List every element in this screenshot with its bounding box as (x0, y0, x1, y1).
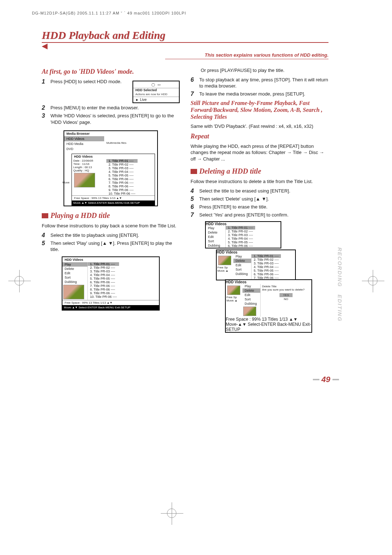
side-label-recording: RECORDING (337, 247, 343, 287)
dialog-question: Are you sure you want to delete? (262, 288, 310, 291)
print-header: DG-M12D1P-SA(GB) 2005.11.1 11:27 AM ˘ ` … (32, 11, 186, 15)
panel-title: HDD Videos (62, 257, 159, 262)
play-panel: HDD Videos Play Delete Edit Sort Dubbing… (62, 256, 160, 311)
menu-item: Sort (242, 297, 260, 301)
registration-mark-right (368, 276, 377, 285)
panel-title: HDD Videos (206, 222, 281, 226)
list-item: 6. Title PR-06 ---- (88, 280, 119, 284)
media-browser-wrap: Media Browser HDD Videos HDD Media DVD M… (64, 128, 158, 206)
list-item: 4. Title PR-04 ---- (106, 170, 138, 174)
move-label: Move-▲ (226, 299, 242, 302)
menu-item: Delete (242, 288, 260, 293)
page-number: 49 (311, 375, 341, 384)
delete-cascade: HDD Videos Play Delete Edit Sort Dubbing… (205, 221, 307, 334)
list-item: 1. Title PR-01 ---- (226, 226, 255, 230)
meta-line: Length : 00:13 (73, 166, 105, 169)
thumbnail-icon (227, 285, 240, 295)
panel-foot: Move-▲▼ Select-ENTER Back-MENU Exit-SETU… (62, 305, 159, 310)
list-item: 7. Title PR-06 ---- (106, 181, 138, 185)
list-item: 3. Title PR-03 ---- (88, 270, 119, 273)
action-menu: Play Delete Edit Sort Dubbing (62, 262, 88, 300)
list-item: 2. Title PR-02 ---- (226, 230, 255, 233)
list-item: 5. Title PR-05 ---- (252, 269, 281, 272)
menu-item: Play (242, 284, 260, 288)
panel-title: HDD Videos (226, 280, 311, 284)
thumbnail-icon (63, 285, 84, 299)
panel-title: HDD Videos (217, 250, 295, 254)
menu-item: Delete (233, 259, 251, 263)
page-title: HDD Playback and Editing (42, 29, 328, 43)
disc-icon: ◯ ▭ (133, 81, 179, 88)
menu-item: Dubbing (206, 243, 225, 248)
step-number: 5 (42, 240, 47, 253)
media-browser-panel: Media Browser HDD Videos HDD Media DVD M… (64, 130, 158, 206)
live-label: ► Live (133, 97, 179, 102)
list-item: 10. Title PR-06 ---- (106, 192, 138, 195)
list-item: 1. Title PR-01 ---- (252, 254, 281, 258)
no-button: NO (284, 297, 288, 301)
media-browser-title: Media Browser (64, 131, 157, 136)
step-number: 4 (42, 232, 47, 239)
step-text: Select 'Yes' and press [ENTER] to confir… (199, 212, 289, 218)
list-item: 8. Title PR-06 ---- (88, 288, 119, 291)
hdd-selected-panel: ◯ ▭ HDD Selected Actions are now for HDD… (132, 81, 180, 103)
step-text: Then select 'Play' using [▲ ▼]. Press [E… (50, 240, 180, 253)
cascade-panel-3: HDD Videos Free Sp Move-▲ Play Delete Ed… (225, 279, 312, 333)
list-item: 5. Title PR-05 ---- (226, 240, 255, 244)
list-item: 6. Title PR-06 ---- (252, 272, 281, 276)
menu-item: Sort (233, 267, 251, 272)
hv-status: Free Space : 99% 13 Titles 1/13 ▲▼ (72, 195, 155, 200)
mode-heading: At first, go to 'HDD Videos' mode. (42, 68, 180, 76)
menu-item: Sort (62, 275, 87, 280)
right-column: RECORDING EDITING Or press [PLAY/PAUSE] … (191, 66, 328, 334)
registration-mark-bottom (167, 509, 176, 518)
section-intro: This section explains various functions … (165, 52, 328, 59)
list-item: 1. Title PR-01 ---- (106, 159, 138, 163)
page-content: HDD Playback and Editing This section ex… (42, 29, 328, 334)
meta-line: Quality : HQ (73, 169, 105, 172)
yes-button: YES (279, 293, 293, 297)
list-item: 10. Title PR-06 ---- (88, 295, 119, 299)
step-text: Select the title to playback using [ENTE… (50, 232, 139, 239)
move-label: Move-▲ (217, 269, 233, 272)
list-item: 7. Title PR-06 ---- (88, 284, 119, 288)
delete-heading: Deleting a HDD title (191, 167, 328, 175)
list-item: 5. Title PR-05 ---- (88, 277, 119, 280)
list-item: 4. Title PR-04 ---- (226, 237, 255, 240)
hdd-selected-line: Actions are now for HDD (133, 92, 179, 97)
list-item: 3. Title PR-03 ---- (106, 166, 138, 170)
repeat-body: While playing the HDD, each press of the… (191, 143, 328, 162)
or-press: Or press [PLAY/PAUSE] to play the title. (201, 67, 328, 74)
playing-heading: Playing a HDD title (42, 211, 180, 220)
menu-item: Sort (206, 239, 225, 243)
mb-item: HDD Videos (64, 136, 104, 141)
list-item: 5. Title PR-05 ---- (106, 174, 138, 177)
step-text: Then select 'Delete' using [▲ ▼]. (199, 196, 269, 202)
step-text: While 'HDD Videos' is selected, press [E… (50, 113, 180, 125)
step-number: 3 (42, 113, 47, 125)
cascade-panel-1: HDD Videos Play Delete Edit Sort Dubbing… (205, 221, 281, 248)
list-item: 3. Title PR-03 ---- (226, 233, 255, 237)
thumbnail-icon (243, 307, 256, 316)
list-item: 6. Title PR-06 ---- (106, 177, 138, 181)
step-number: 7 (191, 212, 196, 218)
menu-item: Edit (242, 293, 260, 297)
step-number: 2 (42, 105, 47, 111)
hv-meta: Date : 22/06/05 Time : 11/16 Length : 00… (72, 159, 106, 195)
step-text: To stop playback at any time, press [STO… (199, 77, 328, 89)
list-item: 1. Title PR-01 ---- (88, 262, 119, 266)
step-number: 7 (191, 91, 196, 97)
step-number: 6 (191, 204, 196, 210)
list-item: 9. Title PR-06 ---- (88, 291, 119, 295)
step-number: 4 (191, 188, 196, 194)
list-item: 9. Title PR-06 ---- (106, 188, 138, 192)
menu-item: Dubbing (233, 272, 251, 276)
menu-item: Delete (62, 267, 87, 271)
hv-title: HDD Videos (72, 154, 155, 159)
step-text: Select the title to be erased using [ENT… (199, 188, 290, 194)
menu-item: Play (206, 226, 225, 230)
meta-line: Date : 22/06/05 (73, 159, 105, 162)
meta-line: Time : 11/16 (73, 162, 105, 166)
step-number: 5 (191, 196, 196, 202)
step-text: Press [HDD] to select HDD mode. (50, 78, 122, 103)
